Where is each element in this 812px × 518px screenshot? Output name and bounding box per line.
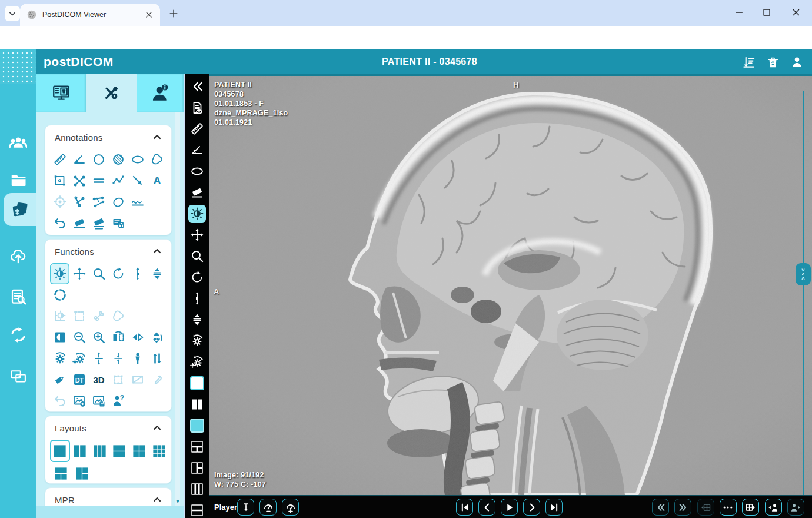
tool-pan[interactable] — [69, 263, 89, 284]
tool-cobb[interactable] — [89, 191, 108, 212]
toolbar-lo-2h[interactable] — [188, 502, 206, 518]
tool-l-1-2r[interactable] — [71, 462, 92, 484]
tool-arrow-se[interactable] — [128, 170, 147, 191]
toolbar-wl[interactable] — [188, 205, 206, 223]
tool-l-3v[interactable] — [89, 440, 109, 462]
player-grid-right-button[interactable] — [742, 499, 759, 516]
tool-person-size[interactable] — [128, 348, 147, 369]
tool-tag[interactable] — [50, 369, 69, 390]
toolbar-bars-2v[interactable] — [188, 396, 206, 413]
toolbar-gear-wl[interactable] — [188, 353, 206, 371]
tool-wl[interactable] — [50, 263, 69, 284]
tool-l-2x2[interactable] — [129, 440, 149, 462]
tool-mag-minus[interactable] — [69, 327, 89, 348]
toolbar-sq-white[interactable] — [188, 374, 206, 392]
tool-wl-region[interactable] — [50, 306, 69, 327]
tool-localizer[interactable] — [50, 284, 69, 306]
toolbar-rotate[interactable] — [188, 268, 206, 286]
toolbar-ruler[interactable] — [188, 120, 206, 138]
toolbar-scrollv[interactable] — [188, 290, 206, 307]
sidebar-item-folders[interactable] — [0, 164, 36, 197]
tool-flip-h[interactable] — [108, 327, 128, 348]
tool-img-save[interactable] — [89, 390, 108, 411]
tool-gear-wl[interactable] — [69, 348, 89, 369]
toolbar-gear-rot[interactable] — [188, 332, 206, 350]
player-person-next-button[interactable] — [787, 499, 804, 516]
toolbar-lo-1-2b[interactable] — [188, 438, 206, 456]
player-next-button[interactable] — [523, 499, 540, 516]
tool-ellipse[interactable] — [128, 149, 147, 170]
tool-bone[interactable] — [89, 306, 108, 327]
collapse-section-icon[interactable] — [151, 494, 163, 506]
toolbar-pan[interactable] — [188, 226, 206, 244]
tool-freehand[interactable] — [108, 306, 128, 327]
player-grid-left-button[interactable] — [697, 499, 714, 516]
toolbar-collapse[interactable] — [188, 78, 206, 95]
player-speed-down-button[interactable] — [259, 499, 277, 516]
trash-recycle-icon[interactable] — [766, 55, 780, 69]
tool-probe[interactable] — [50, 191, 69, 212]
collapse-section-icon[interactable] — [151, 245, 163, 257]
tool-l-1[interactable] — [50, 440, 70, 462]
tool-circle[interactable] — [89, 149, 108, 170]
tool-polyline[interactable] — [108, 170, 128, 191]
player-jump-last-button[interactable] — [674, 499, 691, 516]
postdicom-logo[interactable] — [0, 49, 36, 84]
tab-search-button[interactable] — [5, 6, 20, 21]
toolbar-lo-3v[interactable] — [188, 480, 206, 498]
browser-tab[interactable]: PostDICOM Viewer — [20, 4, 160, 26]
tool-l-3x3[interactable] — [149, 440, 169, 462]
tool-spline[interactable] — [128, 191, 147, 212]
toolbar-doc-eye[interactable] — [188, 99, 206, 117]
player-jump-first-button[interactable] — [652, 499, 669, 516]
tool-repair[interactable] — [147, 369, 167, 390]
window-maximize-button[interactable] — [758, 5, 776, 20]
sidebar-item-images[interactable] — [4, 193, 36, 226]
toolbar-lo-1-2r[interactable] — [188, 459, 206, 477]
tool-l-2h[interactable] — [109, 440, 129, 462]
player-more-button[interactable] — [720, 499, 737, 516]
tool-crop[interactable] — [108, 369, 128, 390]
player-first-button[interactable] — [456, 499, 473, 516]
tool-invert[interactable] — [50, 327, 69, 348]
toolbar-eraser[interactable] — [188, 184, 206, 201]
toolbar-mag[interactable] — [188, 247, 206, 265]
tool-freehand2[interactable] — [108, 191, 128, 212]
tool-save-ann[interactable] — [108, 212, 128, 234]
image-scroll-handle[interactable]: ˅ ˄ — [796, 263, 811, 285]
toolbar-ellipse[interactable] — [188, 162, 206, 180]
tool-eraser2[interactable] — [89, 212, 108, 234]
tool-gear-rot[interactable] — [50, 348, 69, 369]
sidebar-item-patients[interactable] — [0, 126, 36, 159]
toolbar-stack[interactable] — [188, 311, 206, 328]
tab-tools[interactable] — [87, 74, 135, 112]
tab-viewer-settings[interactable] — [36, 74, 86, 112]
tool-flip-v[interactable] — [128, 327, 147, 348]
sidebar-item-sync[interactable] — [0, 318, 36, 351]
tab-patient-info[interactable] — [137, 74, 184, 112]
tool-rotate[interactable] — [108, 263, 128, 284]
tool-rect-roi[interactable] — [50, 170, 69, 191]
tool-l-1-2b[interactable] — [50, 462, 71, 484]
tool-angle-dots[interactable] — [69, 191, 89, 212]
sort-download-icon[interactable] — [742, 55, 756, 69]
player-last-button[interactable] — [545, 499, 563, 516]
tool-stack[interactable] — [147, 263, 167, 284]
window-minimize-button[interactable] — [730, 5, 748, 20]
player-speed-up-button[interactable] — [282, 499, 299, 516]
tool-straighten[interactable] — [128, 369, 147, 390]
player-player-direction-button[interactable] — [237, 499, 254, 516]
tool-person-q[interactable]: ? — [108, 390, 128, 411]
sidebar-item-search-list[interactable] — [0, 280, 36, 313]
collapse-section-icon[interactable] — [151, 422, 163, 434]
tool-shrink-v[interactable] — [108, 348, 128, 369]
tool-parallel[interactable] — [89, 170, 108, 191]
tool-scrollv[interactable] — [128, 263, 147, 284]
toolbar-angle[interactable] — [188, 141, 206, 159]
tool-cross-dots[interactable] — [69, 170, 89, 191]
account-icon[interactable] — [790, 55, 804, 69]
tool-freehand[interactable] — [147, 149, 167, 170]
image-viewport[interactable]: PATIENT II034567801.01.1853 - Fdzne_MPRA… — [209, 74, 812, 495]
sidebar-item-upload[interactable] — [0, 239, 36, 272]
player-play-button[interactable] — [501, 499, 518, 516]
